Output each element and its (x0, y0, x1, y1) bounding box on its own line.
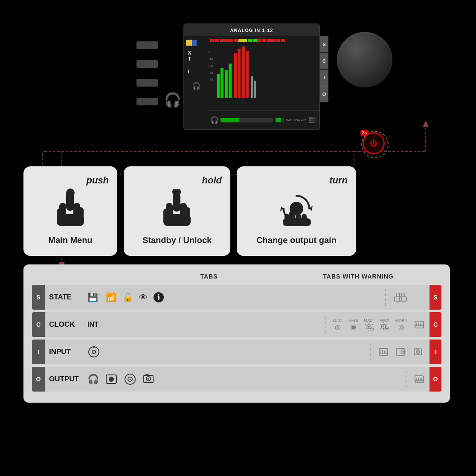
state-divider (385, 289, 386, 306)
push-knob-dot (66, 189, 75, 197)
svg-rect-26 (283, 218, 311, 226)
output-icons: 🎧 (83, 373, 403, 386)
svg-point-61 (92, 350, 96, 354)
clock-icons: INT (83, 321, 323, 328)
svg-rect-13 (173, 194, 180, 212)
input-end: I (430, 340, 441, 364)
input-connectors (136, 41, 158, 106)
power-label: 2s (360, 130, 369, 136)
svg-line-47 (386, 324, 387, 325)
ethernet-icon-output (413, 374, 425, 384)
output-warning-icons (409, 374, 430, 384)
meter-scale: 0-10-20-30-40 (209, 49, 213, 83)
turn-type: turn (329, 175, 348, 186)
svg-rect-29 (395, 297, 401, 301)
input-warning-icons (373, 347, 430, 357)
meter-bars (209, 42, 317, 98)
svg-rect-11 (57, 214, 84, 226)
push-icon-area (53, 189, 87, 228)
clock-name: CLOCK (45, 320, 83, 329)
madi-label: MADI coax 4+5 (286, 119, 306, 122)
tabs-warning-label: TABS WITH WARNING (284, 273, 433, 280)
mixer-tab-o[interactable]: O (320, 86, 328, 102)
camera-output-icon (142, 373, 155, 386)
svg-rect-54 (415, 321, 424, 328)
clock-end: C (430, 312, 441, 337)
mixer-side-tabs[interactable]: S C I O (320, 36, 328, 102)
clock-warning-icons: MADI ◎ MADI ◉ MADI (329, 318, 430, 331)
input-name: INPUT (45, 348, 83, 356)
info-label: i (186, 67, 206, 75)
madi-gear-icon (364, 322, 374, 331)
record-icon-input (395, 347, 407, 357)
svg-line-42 (365, 324, 366, 325)
input-divider (370, 343, 371, 360)
tabs-header: TABS TABS WITH WARNING (32, 273, 441, 280)
mixer-tab-s[interactable]: S (320, 36, 328, 52)
state-icons: 💾* 📶 🔓 👁 ℹ (83, 292, 383, 302)
xt-label: XT (186, 50, 206, 62)
action-boxes-area: push Main Menu hold (23, 166, 450, 256)
mixer-tab-c[interactable]: C (320, 53, 328, 69)
svg-line-39 (372, 328, 373, 329)
mixer-left-strip: XT i 🎧 (184, 36, 208, 129)
push-description: Main Menu (48, 235, 92, 245)
clock-letter: C (32, 312, 45, 337)
output-row: O OUTPUT 🎧 (32, 367, 441, 392)
push-action-box: push Main Menu (23, 166, 117, 256)
svg-rect-18 (163, 214, 191, 226)
svg-point-45 (383, 325, 384, 327)
mixer-content: XT i 🎧 (184, 36, 319, 129)
svg-point-62 (93, 346, 95, 348)
madi-clock-1: MADI ◎ (333, 319, 343, 331)
power-button[interactable]: 2s ⏻ (363, 132, 385, 154)
large-knob[interactable] (337, 32, 392, 87)
push-type: push (86, 175, 109, 186)
connector-4 (136, 98, 158, 105)
mixer-tab-i[interactable]: I (320, 70, 328, 86)
state-name: STATE (45, 293, 83, 302)
connector-1 (136, 41, 158, 49)
svg-line-38 (372, 324, 373, 325)
clock-divider (325, 316, 326, 333)
state-letter: S (32, 285, 45, 310)
push-finger-container (53, 189, 87, 228)
turn-description: Change output gain (256, 235, 337, 245)
word-clock: WORD ◎ (395, 319, 408, 331)
top-leds (209, 38, 317, 42)
madi-clock-2: MADI ◉ (348, 319, 358, 331)
turn-icon-area (275, 189, 318, 228)
svg-point-80 (130, 379, 131, 380)
input-row: I INPUT (32, 340, 441, 364)
unlock-icon: 🔓 (122, 292, 133, 302)
record-output-icon (105, 373, 118, 386)
input-circle-icon (87, 345, 100, 358)
eye-icon: 👁 (139, 293, 148, 302)
svg-rect-85 (415, 376, 424, 383)
input-letter: I (32, 340, 45, 364)
output-name: OUTPUT (45, 375, 83, 383)
camera-icon-input (413, 347, 425, 357)
svg-point-83 (148, 378, 149, 380)
madi-clock-4: MADI (380, 318, 389, 331)
clock-row: C CLOCK INT MADI ◎ MADI ◉ MADI (32, 312, 441, 337)
svg-marker-5 (423, 121, 429, 127)
output-divider (406, 371, 406, 388)
svg-point-77 (109, 377, 114, 382)
state-row: S STATE 💾* 📶 🔓 👁 ℹ (32, 285, 441, 310)
connector-3 (136, 79, 158, 87)
wifi-icon: 📶 (106, 292, 116, 302)
svg-rect-63 (379, 348, 388, 355)
connector-2 (136, 60, 158, 68)
headphone-output-icon: 🎧 (87, 374, 99, 385)
svg-point-71 (402, 351, 404, 353)
tabs-label: TABS (134, 273, 284, 280)
headphone-channel: 🎧 (186, 82, 206, 90)
save-icon: 💾* (87, 292, 100, 302)
power-button-area[interactable]: 2s ⏻ (363, 132, 385, 154)
hold-type: hold (202, 175, 222, 186)
ethernet-icon-clock (413, 319, 425, 330)
hold-action-box: hold Standby / Unlock (124, 166, 230, 256)
input-icons (83, 345, 367, 358)
int-label: INT (87, 321, 99, 328)
